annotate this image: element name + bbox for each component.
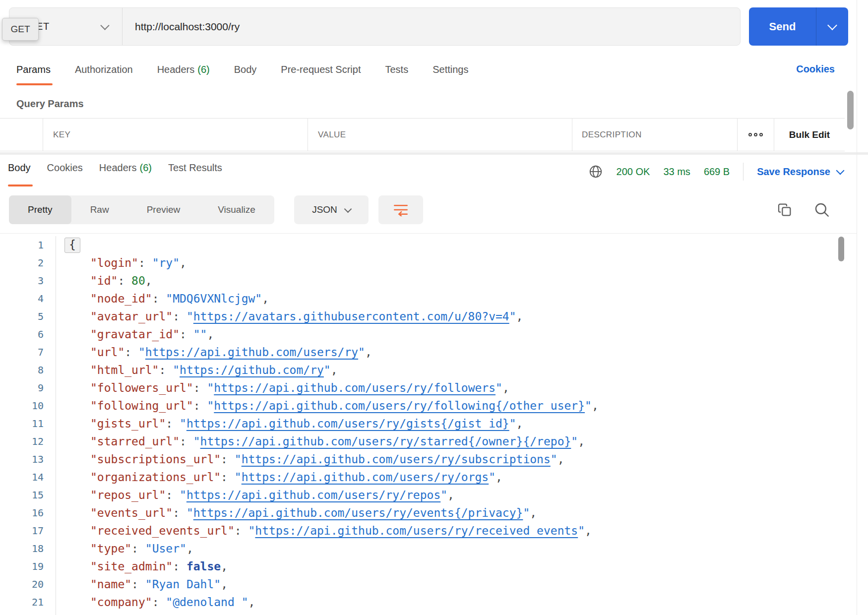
json-punctuation: : (118, 274, 131, 287)
line-number: 21 (0, 596, 44, 608)
json-quote: " (509, 310, 516, 323)
json-link-value[interactable]: https://github.com/ry (180, 364, 324, 376)
view-mode-raw[interactable]: Raw (71, 195, 128, 224)
line-number: 16 (0, 507, 44, 519)
json-quote: " (509, 417, 516, 430)
request-tab-headers[interactable]: Headers(6) (157, 62, 210, 86)
json-quote: " (551, 453, 558, 466)
json-link-value[interactable]: https://api.github.com/users/ry/received… (255, 524, 578, 537)
json-quote: " (193, 435, 200, 448)
json-punctuation: , (331, 364, 338, 376)
code-line: 22"blog": "https://tinyclouds.org/", (0, 611, 835, 615)
chevron-down-icon (827, 20, 837, 30)
request-tab-body[interactable]: Body (234, 62, 257, 86)
json-key: "gists_url" (90, 417, 166, 430)
response-tab-headers[interactable]: Headers(6) (99, 160, 152, 187)
line-number: 4 (0, 293, 44, 305)
request-tab-authorization[interactable]: Authorization (75, 62, 133, 86)
fold-gutter (44, 343, 56, 361)
format-dropdown[interactable]: JSON (294, 195, 369, 224)
json-string-value: "Ryan Dahl" (145, 578, 221, 591)
send-options-button[interactable] (816, 7, 848, 46)
globe-icon (588, 164, 603, 179)
json-punctuation: : (124, 346, 138, 359)
json-key: "login" (90, 256, 138, 269)
response-scrollbar-thumb[interactable] (838, 237, 844, 261)
json-link-value[interactable]: https://api.github.com/users/ry/gists{/g… (186, 417, 509, 430)
json-key: "subscriptions_url" (90, 453, 221, 466)
send-button[interactable]: Send (749, 7, 848, 46)
view-mode-pretty[interactable]: Pretty (9, 195, 71, 224)
json-link-value[interactable]: https://api.github.com/users/ry (145, 346, 358, 359)
code-line: 3"id": 80, (0, 272, 835, 290)
request-tab-settings[interactable]: Settings (433, 62, 468, 86)
request-tab-params[interactable]: Params (16, 62, 51, 86)
json-quote: " (207, 399, 214, 412)
chevron-down-icon (100, 21, 109, 30)
json-quote: " (207, 381, 214, 394)
response-tab-body[interactable]: Body (8, 160, 31, 187)
code-text: "following_url": "https://api.github.com… (56, 399, 599, 412)
code-line: 12"starred_url": "https://api.github.com… (0, 432, 835, 450)
main-scrollbar-thumb[interactable] (847, 91, 854, 129)
json-link-value[interactable]: https://api.github.com/users/ry/repos (186, 489, 440, 501)
send-button-label[interactable]: Send (749, 7, 816, 46)
json-link-value[interactable]: https://api.github.com/users/ry/followin… (214, 399, 585, 412)
url-input[interactable]: http://localhost:3000/ry (123, 8, 740, 45)
request-tab-pre-request-script[interactable]: Pre-request Script (281, 62, 361, 86)
json-quote: " (496, 381, 502, 394)
dot-icon (754, 133, 757, 136)
fold-gutter (44, 397, 56, 415)
view-mode-visualize[interactable]: Visualize (199, 195, 274, 224)
column-header-value: VALUE (318, 130, 346, 140)
rest-client-window: GET http://localhost:3000/ry GET Send Pa… (0, 0, 868, 615)
bulk-edit-button[interactable]: Bulk Edit (774, 119, 845, 151)
json-key: "events_url" (90, 506, 173, 519)
code-text: "company": "@denoland ", (56, 596, 255, 609)
code-text: "url": "https://api.github.com/users/ry"… (56, 346, 372, 359)
json-link-value[interactable]: https://api.github.com/users/ry/follower… (214, 381, 496, 394)
json-key: "url" (90, 346, 124, 359)
response-tab-cookies[interactable]: Cookies (47, 160, 83, 187)
save-response-button[interactable]: Save Response (757, 166, 843, 178)
tab-label: Pre-request Script (281, 64, 361, 75)
response-tab-test-results[interactable]: Test Results (168, 160, 222, 187)
json-quote: " (489, 471, 496, 484)
wrap-lines-button[interactable] (378, 195, 423, 224)
view-mode-preview[interactable]: Preview (128, 195, 199, 224)
response-tabs: BodyCookiesHeaders(6)Test Results (8, 160, 222, 187)
tab-count-badge: (6) (197, 64, 209, 75)
json-link-value[interactable]: https://api.github.com/users/ry/subscrip… (242, 453, 551, 466)
active-tab-underline (16, 83, 53, 85)
json-key: "starred_url" (90, 435, 180, 448)
line-number: 20 (0, 578, 44, 590)
json-link-value[interactable]: https://api.github.com/users/ry/orgs (242, 471, 489, 484)
fold-toggle[interactable]: { (64, 238, 80, 253)
response-viewer-bar: PrettyRawPreviewVisualize JSON (9, 195, 843, 224)
json-link-value[interactable]: https://api.github.com/users/ry/starred{… (200, 435, 571, 448)
code-text: "type": "User", (56, 542, 193, 555)
request-tab-tests[interactable]: Tests (385, 62, 408, 86)
line-number: 17 (0, 525, 44, 537)
json-punctuation: , (186, 542, 193, 555)
json-punctuation: , (558, 453, 564, 466)
copy-response-button[interactable] (776, 201, 794, 219)
json-link-value[interactable]: https://avatars.githubusercontent.com/u/… (193, 310, 509, 323)
line-number: 10 (0, 400, 44, 412)
json-quote: " (523, 506, 530, 519)
column-header-description: DESCRIPTION (582, 130, 642, 140)
json-punctuation: : (193, 381, 207, 394)
params-select-all-cell[interactable] (0, 119, 43, 151)
more-options-icon[interactable] (737, 119, 774, 151)
column-header-key: KEY (53, 130, 70, 140)
cookies-link[interactable]: Cookies (796, 63, 835, 75)
json-punctuation: : (152, 292, 166, 305)
request-tabs: ParamsAuthorizationHeaders(6)BodyPre-req… (16, 62, 468, 86)
fold-gutter (44, 504, 56, 522)
fold-gutter (44, 272, 56, 290)
fold-gutter (44, 593, 56, 611)
json-link-value[interactable]: https://api.github.com/users/ry/events{/… (193, 506, 523, 519)
json-key: "html_url" (90, 364, 159, 376)
search-response-button[interactable] (813, 201, 831, 219)
fold-gutter (44, 236, 56, 254)
